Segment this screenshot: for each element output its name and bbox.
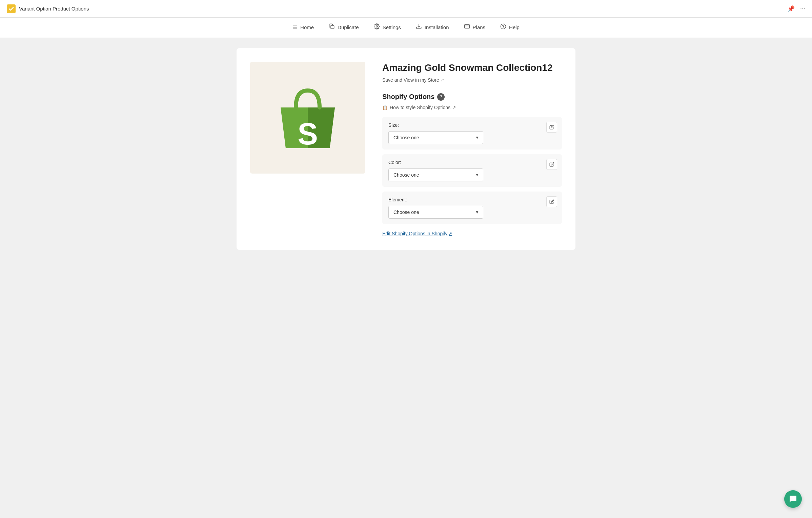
logo-icon: [7, 4, 16, 13]
color-select-wrapper: Choose one ▼: [388, 168, 483, 181]
nav-label-help: Help: [509, 24, 520, 30]
style-link-text: How to style Shopify Options: [390, 105, 450, 110]
size-edit-button[interactable]: [546, 122, 557, 133]
top-bar-actions: 📌 ···: [787, 5, 805, 13]
color-edit-button[interactable]: [546, 159, 557, 170]
nav-label-plans: Plans: [473, 24, 486, 30]
svg-point-1: [376, 25, 378, 27]
top-bar: Variant Option Product Options 📌 ···: [0, 0, 812, 18]
save-view-text: Save and View in my Store: [382, 77, 439, 83]
chat-button[interactable]: [784, 490, 802, 508]
chat-icon: [789, 495, 797, 503]
style-link[interactable]: 📋 How to style Shopify Options ↗: [382, 105, 562, 110]
duplicate-icon: [329, 23, 335, 31]
nav-label-home: Home: [300, 24, 314, 30]
element-edit-button[interactable]: [546, 196, 557, 207]
help-icon: [500, 23, 506, 31]
element-option-group: Element: Choose one ▼: [382, 192, 562, 224]
color-option-group: Color: Choose one ▼: [382, 154, 562, 187]
element-select-wrapper: Choose one ▼: [388, 206, 483, 219]
element-label: Element:: [388, 197, 556, 202]
nav-item-plans[interactable]: Plans: [456, 18, 493, 38]
nav-label-installation: Installation: [425, 24, 449, 30]
nav-label-settings: Settings: [383, 24, 401, 30]
pin-icon[interactable]: 📌: [787, 5, 795, 13]
edit-shopify-text: Edit Shopify Options in Shopify: [382, 231, 447, 236]
style-external-icon: ↗: [452, 105, 456, 110]
element-select[interactable]: Choose one: [388, 206, 483, 219]
nav-item-help[interactable]: Help: [493, 18, 527, 38]
edit-shopify-link[interactable]: Edit Shopify Options in Shopify ↗: [382, 231, 562, 236]
product-image-container: S: [250, 62, 365, 174]
book-icon: 📋: [382, 105, 388, 110]
more-options-icon[interactable]: ···: [800, 5, 805, 12]
save-view-link[interactable]: Save and View in my Store ↗: [382, 77, 562, 83]
settings-icon: [374, 23, 380, 31]
home-icon: ☰: [292, 24, 298, 31]
nav-item-settings[interactable]: Settings: [366, 18, 408, 38]
size-option-group: Size: Choose one ▼: [382, 117, 562, 150]
shopify-options-title: Shopify Options ?: [382, 93, 562, 101]
size-select-wrapper: Choose one ▼: [388, 131, 483, 144]
nav-item-installation[interactable]: Installation: [408, 18, 456, 38]
content-card: S Amazing Gold Snowman Collection12 Save…: [237, 48, 575, 250]
product-image: S: [274, 80, 342, 155]
color-label: Color:: [388, 160, 556, 165]
edit-shopify-external-icon: ↗: [449, 231, 452, 236]
product-details: Amazing Gold Snowman Collection12 Save a…: [382, 62, 562, 236]
plans-icon: [464, 23, 470, 31]
pencil-icon: [549, 199, 554, 204]
pencil-icon: [549, 162, 554, 167]
app-logo: Variant Option Product Options: [7, 4, 89, 13]
external-link-icon: ↗: [441, 78, 444, 82]
main-content: S Amazing Gold Snowman Collection12 Save…: [0, 38, 812, 260]
size-select[interactable]: Choose one: [388, 131, 483, 144]
checkmark-icon: [8, 6, 14, 12]
svg-rect-3: [464, 24, 469, 28]
nav-label-duplicate: Duplicate: [338, 24, 359, 30]
installation-icon: [416, 23, 422, 31]
app-title: Variant Option Product Options: [19, 6, 89, 12]
help-tooltip-icon[interactable]: ?: [437, 93, 445, 101]
pencil-icon: [549, 125, 554, 130]
size-label: Size:: [388, 122, 556, 128]
nav-bar: ☰ Home Duplicate Settings Insta: [0, 18, 812, 38]
product-title: Amazing Gold Snowman Collection12: [382, 62, 562, 74]
svg-text:S: S: [298, 117, 318, 151]
nav-item-duplicate[interactable]: Duplicate: [321, 18, 366, 38]
svg-rect-0: [331, 25, 334, 29]
nav-item-home[interactable]: ☰ Home: [285, 18, 321, 38]
color-select[interactable]: Choose one: [388, 168, 483, 181]
